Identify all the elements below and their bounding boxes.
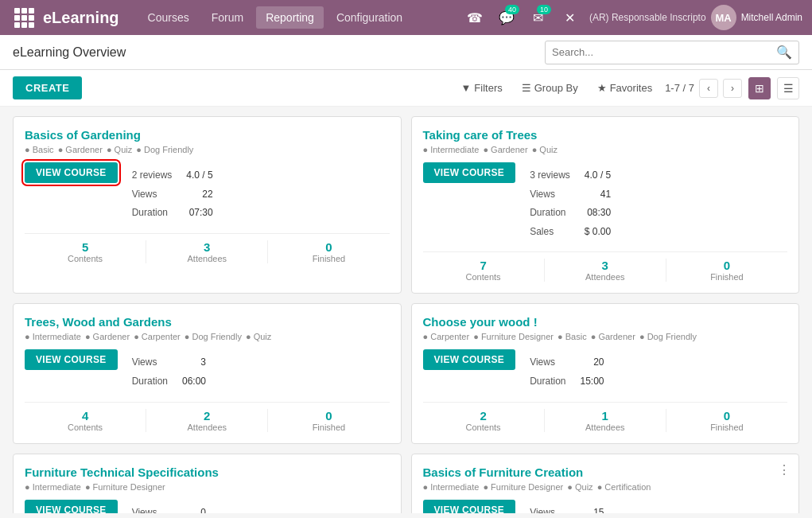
course-card: Trees, Wood and Gardens ● Intermediate ●… [13, 303, 402, 443]
finished-label: Finished [666, 272, 787, 282]
course-tags: ● Intermediate ● Furniture Designer ● Qu… [423, 482, 788, 492]
tag: ● Quiz [107, 145, 132, 154]
view-course-button[interactable]: VIEW COURSE [423, 349, 516, 370]
views-label: Views [530, 504, 578, 513]
message-badge: 10 [537, 5, 551, 14]
chat-icon[interactable]: 💬 40 [494, 5, 519, 30]
views-val: 3 [182, 354, 206, 372]
course-stats: Views20Duration15:00 [528, 352, 605, 391]
tag: ● Intermediate [423, 145, 480, 154]
star-icon: ★ [597, 82, 607, 94]
views-val: 20 [581, 354, 604, 372]
attendees-stat: 2 Attendees [146, 409, 268, 432]
sales-label: Sales [530, 224, 583, 241]
attendees-count: 3 [146, 240, 267, 254]
grid-view-button[interactable]: ⊞ [748, 77, 771, 99]
course-stats: Views15Duration09:00 [528, 503, 605, 513]
tag: ● Quiz [246, 332, 271, 341]
course-tags: ● Intermediate ● Gardener ● Carpenter ● … [25, 332, 390, 341]
views-label: Views [530, 354, 578, 372]
close-icon[interactable]: ✕ [558, 5, 583, 30]
course-tags: ● Carpenter ● Furniture Designer ● Basic… [423, 332, 788, 341]
groupby-icon: ☰ [522, 82, 531, 94]
nav-courses[interactable]: Courses [138, 6, 199, 29]
attendees-label: Attendees [146, 423, 267, 432]
course-stats: Views3Duration06:00 [130, 352, 208, 391]
attendees-count: 3 [545, 259, 666, 272]
contents-count: 5 [25, 240, 146, 254]
groupby-label: Group By [534, 82, 578, 94]
finished-stat: 0 Finished [666, 259, 787, 282]
contents-label: Contents [423, 423, 544, 432]
finished-label: Finished [268, 254, 389, 263]
views-label: Views [132, 504, 181, 513]
message-icon[interactable]: ✉ 10 [526, 5, 551, 30]
view-course-button[interactable]: VIEW COURSE [423, 162, 516, 183]
search-bar: 🔍 [545, 41, 799, 64]
course-title: Basics of Gardening [25, 128, 390, 142]
view-course-button[interactable]: VIEW COURSE [25, 349, 118, 370]
tag: ● Furniture Designer [85, 482, 165, 492]
views-val: 41 [585, 186, 611, 204]
contents-count: 2 [423, 409, 544, 423]
phone-icon[interactable]: ☎ [462, 5, 488, 30]
filters-button[interactable]: ▼ Filters [454, 79, 508, 97]
favorites-button[interactable]: ★ Favorites [591, 79, 659, 97]
rating-val: 4.0 / 5 [585, 167, 611, 185]
views-label: Views [530, 186, 583, 204]
grid-icon [14, 8, 34, 28]
pagination: 1-7 / 7 ‹ › [665, 79, 742, 98]
course-card: Furniture Technical Specifications ● Int… [13, 454, 402, 513]
contents-label: Contents [25, 254, 146, 263]
attendees-label: Attendees [545, 272, 666, 282]
prev-page-button[interactable]: ‹ [699, 79, 718, 98]
tag: ● Gardener [483, 145, 527, 154]
sales-val: $ 0.00 [585, 224, 611, 241]
finished-count: 0 [666, 409, 787, 423]
course-card: Taking care of Trees ● Intermediate ● Ga… [411, 116, 800, 294]
finished-stat: 0 Finished [666, 409, 787, 432]
duration-label: Duration [530, 204, 583, 222]
contents-stat: 2 Contents [423, 409, 545, 432]
create-button[interactable]: CREATE [13, 76, 82, 99]
course-title: Taking care of Trees [423, 128, 788, 142]
tag: ● Carpenter [134, 332, 181, 341]
finished-stat: 0 Finished [268, 240, 389, 263]
duration-label: Duration [530, 373, 578, 391]
more-options-button[interactable]: ⋮ [778, 462, 791, 477]
course-footer: 4 Contents 2 Attendees 0 Finished [25, 402, 390, 432]
views-label: Views [132, 354, 181, 372]
app-grid-button[interactable] [10, 3, 38, 32]
tag: ● Carpenter [423, 332, 470, 341]
next-page-button[interactable]: › [723, 79, 742, 98]
tag: ● Gardener [58, 145, 103, 154]
toolbar: CREATE ▼ Filters ☰ Group By ★ Favorites … [0, 70, 812, 107]
contents-stat: 4 Contents [25, 409, 146, 432]
nav-configuration[interactable]: Configuration [327, 6, 412, 29]
groupby-button[interactable]: ☰ Group By [515, 79, 585, 97]
course-grid: Basics of Gardening ● Basic ● Gardener ●… [13, 116, 799, 513]
search-icon[interactable]: 🔍 [770, 45, 798, 60]
reviews-label: 3 reviews [530, 167, 583, 185]
view-course-button[interactable]: VIEW COURSE [25, 162, 118, 183]
duration-val: 07:30 [186, 204, 212, 222]
search-input[interactable] [546, 46, 770, 58]
course-title: Furniture Technical Specifications [25, 465, 390, 479]
duration-val: 15:00 [581, 373, 604, 391]
nav-forum[interactable]: Forum [202, 6, 253, 29]
views-val: 15 [581, 504, 604, 513]
list-view-button[interactable]: ☰ [777, 77, 799, 99]
view-course-button[interactable]: VIEW COURSE [25, 500, 118, 513]
user-menu[interactable]: (AR) Responsable Inscripto MA Mitchell A… [589, 5, 802, 30]
duration-label: Duration [132, 204, 185, 222]
contents-stat: 7 Contents [423, 259, 545, 282]
course-card: ⋮ Basics of Furniture Creation ● Interme… [411, 454, 800, 513]
tag: ● Furniture Designer [483, 482, 563, 492]
nav-reporting[interactable]: Reporting [256, 6, 324, 29]
view-course-button[interactable]: VIEW COURSE [423, 500, 516, 513]
course-stats: Views0Duration00:00 [130, 503, 208, 513]
tag: ● Intermediate [423, 482, 480, 492]
finished-count: 0 [666, 259, 787, 272]
tag: ● Intermediate [25, 482, 81, 492]
admin-label: Mitchell Admin [741, 12, 802, 23]
